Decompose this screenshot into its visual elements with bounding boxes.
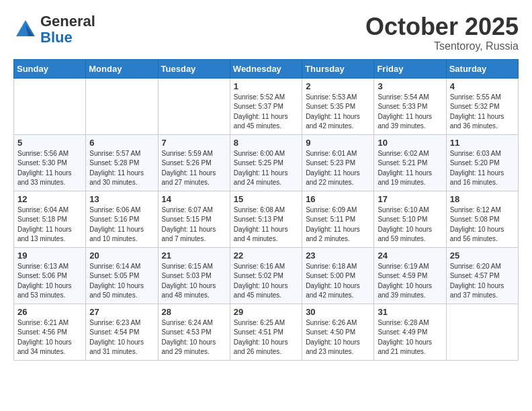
weekday-header-monday: Monday xyxy=(86,59,158,78)
day-info: Sunrise: 6:24 AM Sunset: 4:53 PM Dayligh… xyxy=(162,318,226,357)
day-info: Sunrise: 6:02 AM Sunset: 5:21 PM Dayligh… xyxy=(378,149,442,188)
calendar-week-row: 12Sunrise: 6:04 AM Sunset: 5:18 PM Dayli… xyxy=(14,191,519,247)
calendar-cell xyxy=(14,78,86,134)
day-info: Sunrise: 6:25 AM Sunset: 4:51 PM Dayligh… xyxy=(234,318,298,357)
day-number: 6 xyxy=(89,138,154,148)
day-info: Sunrise: 6:15 AM Sunset: 5:03 PM Dayligh… xyxy=(162,262,226,301)
day-info: Sunrise: 6:06 AM Sunset: 5:16 PM Dayligh… xyxy=(89,205,154,244)
page-header: GeneralBlue October 2025 Tsentoroy, Russ… xyxy=(13,13,519,52)
calendar-week-row: 26Sunrise: 6:21 AM Sunset: 4:56 PM Dayli… xyxy=(14,304,519,360)
calendar-cell: 9Sunrise: 6:01 AM Sunset: 5:23 PM Daylig… xyxy=(302,134,374,191)
day-number: 25 xyxy=(450,250,515,261)
day-info: Sunrise: 6:13 AM Sunset: 5:06 PM Dayligh… xyxy=(17,262,82,301)
day-number: 22 xyxy=(234,250,298,261)
day-number: 18 xyxy=(450,194,515,204)
day-info: Sunrise: 6:23 AM Sunset: 4:54 PM Dayligh… xyxy=(89,318,154,357)
calendar-cell: 27Sunrise: 6:23 AM Sunset: 4:54 PM Dayli… xyxy=(86,304,158,360)
title-block: October 2025 Tsentoroy, Russia xyxy=(365,13,519,52)
calendar-cell: 12Sunrise: 6:04 AM Sunset: 5:18 PM Dayli… xyxy=(14,191,86,247)
weekday-header-saturday: Saturday xyxy=(446,59,518,78)
weekday-header-tuesday: Tuesday xyxy=(158,59,230,78)
day-info: Sunrise: 5:59 AM Sunset: 5:26 PM Dayligh… xyxy=(162,149,226,188)
calendar-cell xyxy=(446,304,518,360)
calendar-cell: 14Sunrise: 6:07 AM Sunset: 5:15 PM Dayli… xyxy=(158,191,230,247)
calendar-cell: 8Sunrise: 6:00 AM Sunset: 5:25 PM Daylig… xyxy=(230,134,302,191)
day-info: Sunrise: 6:20 AM Sunset: 4:57 PM Dayligh… xyxy=(450,262,515,301)
day-number: 16 xyxy=(306,194,370,204)
day-number: 20 xyxy=(89,250,154,261)
calendar-cell: 13Sunrise: 6:06 AM Sunset: 5:16 PM Dayli… xyxy=(86,191,158,247)
calendar-cell: 11Sunrise: 6:03 AM Sunset: 5:20 PM Dayli… xyxy=(446,134,518,191)
day-number: 15 xyxy=(234,194,298,204)
day-number: 21 xyxy=(162,250,226,261)
calendar-cell: 26Sunrise: 6:21 AM Sunset: 4:56 PM Dayli… xyxy=(14,304,86,360)
calendar-cell: 18Sunrise: 6:12 AM Sunset: 5:08 PM Dayli… xyxy=(446,191,518,247)
day-number: 17 xyxy=(378,194,442,204)
calendar-cell: 23Sunrise: 6:18 AM Sunset: 5:00 PM Dayli… xyxy=(302,247,374,304)
day-number: 30 xyxy=(306,307,370,317)
calendar-cell: 19Sunrise: 6:13 AM Sunset: 5:06 PM Dayli… xyxy=(14,247,86,304)
calendar-cell: 29Sunrise: 6:25 AM Sunset: 4:51 PM Dayli… xyxy=(230,304,302,360)
day-number: 28 xyxy=(162,307,226,317)
day-number: 19 xyxy=(17,250,82,261)
day-info: Sunrise: 6:21 AM Sunset: 4:56 PM Dayligh… xyxy=(17,318,82,357)
calendar-cell xyxy=(86,78,158,134)
calendar-cell: 2Sunrise: 5:53 AM Sunset: 5:35 PM Daylig… xyxy=(302,78,374,134)
calendar-cell: 3Sunrise: 5:54 AM Sunset: 5:33 PM Daylig… xyxy=(374,78,446,134)
weekday-header-sunday: Sunday xyxy=(14,59,86,78)
day-info: Sunrise: 5:54 AM Sunset: 5:33 PM Dayligh… xyxy=(378,93,442,132)
calendar-cell: 22Sunrise: 6:16 AM Sunset: 5:02 PM Dayli… xyxy=(230,247,302,304)
calendar-cell: 30Sunrise: 6:26 AM Sunset: 4:50 PM Dayli… xyxy=(302,304,374,360)
calendar-week-row: 19Sunrise: 6:13 AM Sunset: 5:06 PM Dayli… xyxy=(14,247,519,304)
calendar-cell: 15Sunrise: 6:08 AM Sunset: 5:13 PM Dayli… xyxy=(230,191,302,247)
calendar-cell: 28Sunrise: 6:24 AM Sunset: 4:53 PM Dayli… xyxy=(158,304,230,360)
day-info: Sunrise: 6:18 AM Sunset: 5:00 PM Dayligh… xyxy=(306,262,370,301)
day-number: 26 xyxy=(17,307,82,317)
month-title: October 2025 xyxy=(365,13,519,40)
day-number: 31 xyxy=(378,307,442,317)
svg-marker-0 xyxy=(16,20,35,36)
calendar-cell: 5Sunrise: 5:56 AM Sunset: 5:30 PM Daylig… xyxy=(14,134,86,191)
calendar-cell: 7Sunrise: 5:59 AM Sunset: 5:26 PM Daylig… xyxy=(158,134,230,191)
day-info: Sunrise: 5:56 AM Sunset: 5:30 PM Dayligh… xyxy=(17,149,82,188)
day-info: Sunrise: 6:19 AM Sunset: 4:59 PM Dayligh… xyxy=(378,262,442,301)
day-number: 3 xyxy=(378,81,442,91)
day-number: 13 xyxy=(89,194,154,204)
calendar-cell: 20Sunrise: 6:14 AM Sunset: 5:05 PM Dayli… xyxy=(86,247,158,304)
day-info: Sunrise: 6:28 AM Sunset: 4:49 PM Dayligh… xyxy=(378,318,442,357)
day-info: Sunrise: 5:57 AM Sunset: 5:28 PM Dayligh… xyxy=(89,149,154,188)
calendar-table: SundayMondayTuesdayWednesdayThursdayFrid… xyxy=(13,59,519,361)
day-number: 14 xyxy=(162,194,226,204)
day-number: 23 xyxy=(306,250,370,261)
calendar-cell: 4Sunrise: 5:55 AM Sunset: 5:32 PM Daylig… xyxy=(446,78,518,134)
calendar-cell xyxy=(158,78,230,134)
day-info: Sunrise: 6:00 AM Sunset: 5:25 PM Dayligh… xyxy=(234,149,298,188)
day-info: Sunrise: 6:08 AM Sunset: 5:13 PM Dayligh… xyxy=(234,205,298,244)
calendar-cell: 16Sunrise: 6:09 AM Sunset: 5:11 PM Dayli… xyxy=(302,191,374,247)
day-info: Sunrise: 6:04 AM Sunset: 5:18 PM Dayligh… xyxy=(17,205,82,244)
day-info: Sunrise: 6:07 AM Sunset: 5:15 PM Dayligh… xyxy=(162,205,226,244)
day-info: Sunrise: 6:03 AM Sunset: 5:20 PM Dayligh… xyxy=(450,149,515,188)
day-number: 2 xyxy=(306,81,370,91)
calendar-cell: 1Sunrise: 5:52 AM Sunset: 5:37 PM Daylig… xyxy=(230,78,302,134)
calendar-week-row: 1Sunrise: 5:52 AM Sunset: 5:37 PM Daylig… xyxy=(14,78,519,134)
calendar-cell: 25Sunrise: 6:20 AM Sunset: 4:57 PM Dayli… xyxy=(446,247,518,304)
day-number: 10 xyxy=(378,138,442,148)
calendar-cell: 10Sunrise: 6:02 AM Sunset: 5:21 PM Dayli… xyxy=(374,134,446,191)
day-info: Sunrise: 6:14 AM Sunset: 5:05 PM Dayligh… xyxy=(89,262,154,301)
day-number: 1 xyxy=(234,81,298,91)
weekday-header-thursday: Thursday xyxy=(302,59,374,78)
logo-icon xyxy=(13,17,38,42)
day-number: 9 xyxy=(306,138,370,148)
day-number: 8 xyxy=(234,138,298,148)
location-title: Tsentoroy, Russia xyxy=(365,40,519,52)
day-info: Sunrise: 5:52 AM Sunset: 5:37 PM Dayligh… xyxy=(234,93,298,132)
calendar-cell: 17Sunrise: 6:10 AM Sunset: 5:10 PM Dayli… xyxy=(374,191,446,247)
day-number: 5 xyxy=(17,138,82,148)
day-info: Sunrise: 6:16 AM Sunset: 5:02 PM Dayligh… xyxy=(234,262,298,301)
calendar-cell: 24Sunrise: 6:19 AM Sunset: 4:59 PM Dayli… xyxy=(374,247,446,304)
logo: GeneralBlue xyxy=(13,13,95,46)
day-info: Sunrise: 5:55 AM Sunset: 5:32 PM Dayligh… xyxy=(450,93,515,132)
day-number: 24 xyxy=(378,250,442,261)
day-number: 4 xyxy=(450,81,515,91)
